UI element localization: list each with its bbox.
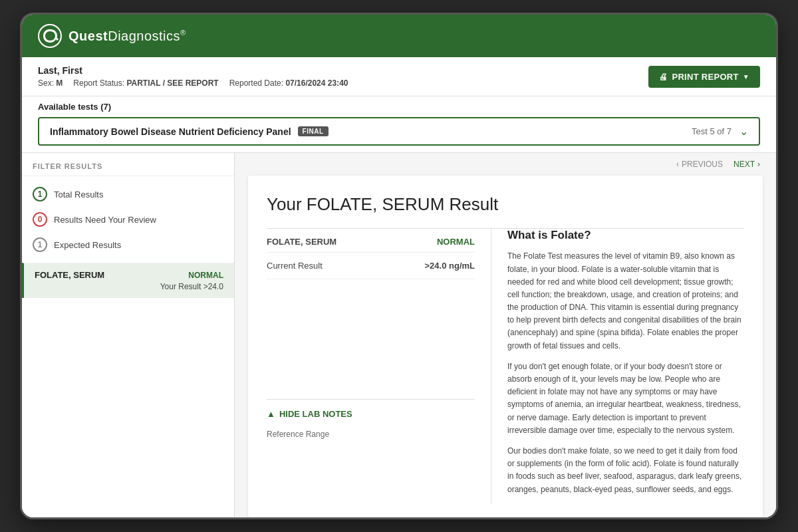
device-frame: QuestDiagnostics® Last, First Sex: M Rep… [20,13,778,519]
nav-bar: ‹ PREVIOUS NEXT › [235,153,776,176]
result-card-title: Your FOLATE, SERUM Result [267,194,744,215]
test-selector-left: Inflammatory Bowel Disease Nutrient Defi… [50,126,329,137]
test-selector-right: Test 5 of 7 ⌄ [692,125,748,138]
logo-text: QuestDiagnostics® [68,29,186,44]
result-item-value: Your Result >24.0 [35,282,223,291]
folate-serum-result-item[interactable]: FOLATE, SERUM NORMAL Your Result >24.0 [22,263,234,298]
app-header: QuestDiagnostics® [22,15,776,57]
sex-meta: Sex: M [38,78,63,88]
reference-range-label: Reference Range [267,424,475,439]
expected-badge: 1 [33,237,47,252]
report-status-meta: Report Status: PARTIAL / SEE REPORT [73,78,218,88]
result-item-status: NORMAL [188,271,223,280]
review-label: Results Need Your Review [54,215,156,225]
filter-needs-review[interactable]: 0 Results Need Your Review [22,207,234,232]
patient-bar: Last, First Sex: M Report Status: PARTIA… [22,57,776,96]
chevron-up-icon: ▲ [267,409,275,419]
info-paragraph-1: The Folate Test measures the level of vi… [507,250,744,352]
filter-expected-results[interactable]: 1 Expected Results [22,232,234,257]
filter-items: 1 Total Results 0 Results Need Your Revi… [22,176,234,263]
sidebar: FILTER RESULTS 1 Total Results 0 Results… [22,153,235,517]
current-result-row: Current Result >24.0 ng/mL [267,253,475,279]
final-badge: FINAL [298,126,329,136]
expected-results-label: Expected Results [54,240,121,250]
print-report-button[interactable]: 🖨 PRINT REPORT ▼ [648,66,760,88]
patient-name: Last, First [38,65,348,76]
chevron-left-icon: ‹ [676,160,679,169]
result-left: FOLATE, SERUM NORMAL Current Result >24.… [267,229,491,503]
filter-total-results[interactable]: 1 Total Results [22,182,234,207]
info-paragraph-3: Our bodies don't make folate, so we need… [507,445,744,496]
info-title: What is Folate? [507,229,744,242]
test-name: Inflammatory Bowel Disease Nutrient Defi… [50,126,291,137]
result-item-top: FOLATE, SERUM NORMAL [35,270,223,280]
info-paragraph-2: If you don't get enough folate, or if yo… [507,360,744,437]
chevron-right-icon: › [757,160,760,169]
quest-logo-icon [38,24,62,48]
patient-info: Last, First Sex: M Report Status: PARTIA… [38,65,348,88]
reported-date-meta: Reported Date: 07/16/2024 23:40 [229,78,348,88]
right-panel: ‹ PREVIOUS NEXT › Your FOLATE, SERUM Res… [235,153,776,517]
result-right: What is Folate? The Folate Test measures… [491,229,744,503]
result-item-name: FOLATE, SERUM [35,270,104,280]
total-results-badge: 1 [33,187,47,201]
result-header-row: FOLATE, SERUM NORMAL [267,229,475,253]
current-result-label: Current Result [267,261,323,271]
result-card: Your FOLATE, SERUM Result FOLATE, SERUM … [248,176,763,517]
current-result-value: >24.0 ng/mL [425,261,475,271]
result-test-name: FOLATE, SERUM [267,237,336,247]
hide-lab-notes-toggle[interactable]: ▲ HIDE LAB NOTES [267,399,475,424]
filter-header: FILTER RESULTS [22,153,234,176]
available-tests-label: Available tests (7) [38,102,760,112]
patient-meta: Sex: M Report Status: PARTIAL / SEE REPO… [38,78,348,88]
result-test-status: NORMAL [437,237,475,247]
total-results-label: Total Results [54,190,103,200]
chevron-down-icon: ▼ [743,73,749,80]
printer-icon: 🖨 [659,72,668,82]
main-content: FILTER RESULTS 1 Total Results 0 Results… [22,153,776,517]
test-count: Test 5 of 7 [692,126,732,136]
review-badge: 0 [33,212,47,227]
svg-point-0 [39,25,61,47]
previous-button[interactable]: ‹ PREVIOUS [676,160,723,169]
logo-container: QuestDiagnostics® [38,24,186,48]
result-detail: FOLATE, SERUM NORMAL Current Result >24.… [267,228,744,503]
dropdown-chevron-icon: ⌄ [739,125,748,138]
test-selector-dropdown[interactable]: Inflammatory Bowel Disease Nutrient Defi… [38,117,760,146]
available-tests-bar: Available tests (7) Inflammatory Bowel D… [22,96,776,153]
lab-notes-section: ▲ HIDE LAB NOTES Reference Range [267,399,475,439]
next-button[interactable]: NEXT › [733,160,760,169]
